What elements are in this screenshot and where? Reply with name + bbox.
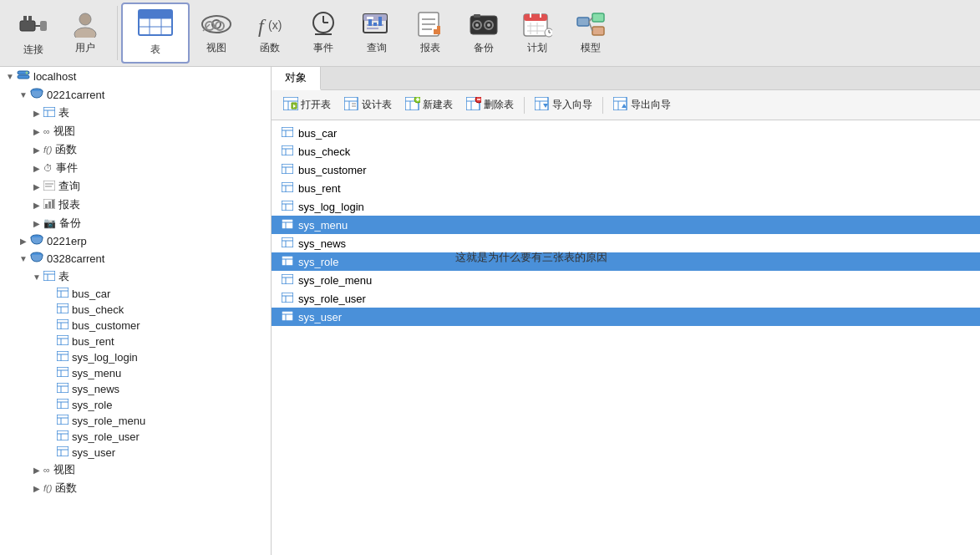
tab-bar: 对象: [272, 67, 980, 90]
content-panel: 对象 打开表: [272, 67, 980, 555]
toolbar-schedule[interactable]: 计划: [510, 8, 564, 59]
localhost-db-icon: [17, 69, 30, 84]
0328-sys_role_menu-label: sys_role_menu: [72, 415, 145, 427]
svg-rect-28: [367, 17, 373, 19]
sidebar-item-0221carrent-view[interactable]: ▶ ∞ 视图: [0, 122, 271, 140]
toolbar-query[interactable]: 查询: [350, 8, 404, 59]
0221carrent-func-toggle[interactable]: ▶: [30, 145, 43, 155]
sidebar-item-0328-bus_car[interactable]: ▶ bus_car: [0, 286, 271, 302]
design-table-button[interactable]: 设计表: [339, 95, 397, 115]
sidebar-item-0221carrent[interactable]: ▼ 0221carrent: [0, 86, 271, 104]
sidebar-item-0221carrent-func[interactable]: ▶ f() 函数: [0, 140, 271, 159]
svg-rect-143: [282, 127, 293, 137]
0328carrent-table-toggle[interactable]: ▼: [30, 272, 43, 282]
sidebar-item-0221carrent-query[interactable]: ▶ 查询: [0, 177, 271, 196]
table-row[interactable]: sys_user: [272, 308, 980, 326]
0221carrent-backup-toggle[interactable]: ▶: [30, 219, 43, 228]
export-wizard-button[interactable]: 导出向导: [608, 95, 676, 115]
sidebar-item-0328-sys_log_login[interactable]: ▶ sys_log_login: [0, 349, 271, 365]
table-row[interactable]: sys_news: [272, 234, 980, 252]
new-table-button[interactable]: 新建表: [400, 95, 458, 115]
sidebar-item-0328-sys_menu[interactable]: ▶ sys_menu: [0, 365, 271, 381]
table-row[interactable]: sys_log_login: [272, 197, 980, 216]
sidebar-item-0328-sys_user[interactable]: ▶ sys_user: [0, 445, 271, 461]
toolbar-user[interactable]: 用户: [60, 8, 110, 59]
table-row-label: sys_user: [298, 311, 342, 323]
table-row[interactable]: bus_check: [272, 142, 980, 160]
svg-rect-8: [139, 10, 172, 18]
sidebar-item-0328carrent[interactable]: ▼ 0328carrent: [0, 250, 271, 267]
sidebar-item-0328-bus_rent[interactable]: ▶ bus_rent: [0, 334, 271, 349]
table-row-label: bus_check: [298, 145, 350, 158]
table-row[interactable]: sys_role_menu: [272, 271, 980, 289]
table-row[interactable]: bus_car: [272, 124, 980, 142]
sidebar-item-0221carrent-report[interactable]: ▶ 报表: [0, 196, 271, 214]
svg-rect-170: [282, 293, 293, 303]
function-label: 函数: [260, 41, 280, 55]
localhost-toggle[interactable]: ▼: [3, 72, 17, 81]
svg-rect-102: [57, 399, 69, 409]
table-row[interactable]: bus_customer: [272, 160, 980, 179]
sidebar: ▼ localhost ▼: [0, 67, 272, 555]
sidebar-item-0221carrent-event[interactable]: ▶ ⏱ 事件: [0, 159, 271, 177]
0221carrent-event-toggle[interactable]: ▶: [30, 164, 43, 173]
import-wizard-button[interactable]: 导入向导: [530, 95, 597, 115]
table-row-icon: [282, 255, 293, 268]
sidebar-scroll[interactable]: ▼ localhost ▼: [0, 67, 271, 555]
sidebar-item-0328-sys_role_user[interactable]: ▶ sys_role_user: [0, 429, 271, 445]
sidebar-item-localhost[interactable]: ▼ localhost: [0, 67, 271, 86]
backup-label: 备份: [474, 41, 494, 55]
toolbar-table[interactable]: 表: [121, 3, 190, 64]
svg-rect-74: [48, 201, 51, 208]
0328-sys_role_user-label: sys_role_user: [72, 430, 140, 443]
query-label: 查询: [367, 41, 387, 55]
sidebar-item-0221carrent-table[interactable]: ▶ 表: [0, 104, 271, 122]
query-group-icon: [43, 181, 55, 193]
sidebar-item-0221carrent-backup[interactable]: ▶ 📷 备份: [0, 214, 271, 232]
sidebar-item-0328-sys_role[interactable]: ▶ sys_role: [0, 397, 271, 413]
svg-rect-161: [282, 237, 293, 247]
sidebar-item-0328carrent-view[interactable]: ▶ ∞ 视图: [0, 461, 271, 479]
sidebar-item-0328-sys_role_menu[interactable]: ▶ sys_role_menu: [0, 413, 271, 429]
report-group-icon: [43, 199, 55, 211]
0221carrent-table-toggle[interactable]: ▶: [30, 109, 43, 118]
table-row[interactable]: bus_rent: [272, 179, 980, 197]
sidebar-item-0221erp[interactable]: ▶ 0221erp: [0, 232, 271, 250]
0328carrent-toggle[interactable]: ▼: [17, 254, 30, 263]
toolbar-event[interactable]: 事件: [297, 8, 350, 59]
0221erp-toggle[interactable]: ▶: [17, 237, 30, 246]
toolbar-report[interactable]: 报表: [404, 8, 457, 59]
0221carrent-toggle[interactable]: ▼: [17, 90, 30, 99]
tab-object[interactable]: 对象: [272, 67, 321, 90]
toolbar-backup[interactable]: 备份: [457, 8, 510, 59]
0221carrent-query-toggle[interactable]: ▶: [30, 182, 43, 191]
sidebar-item-0328-bus_customer[interactable]: ▶ bus_customer: [0, 318, 271, 334]
0221carrent-view-toggle[interactable]: ▶: [30, 127, 43, 136]
svg-rect-108: [57, 430, 69, 440]
toolbar-view[interactable]: 视图: [190, 8, 243, 59]
user-icon: [72, 11, 99, 38]
table-row[interactable]: sys_menu: [272, 216, 980, 234]
svg-rect-58: [592, 13, 604, 22]
table-row-label: sys_role_user: [298, 293, 366, 305]
tables-list: bus_car bus_check bus_customer bus_rent …: [272, 120, 980, 329]
delete-table-button[interactable]: 删除表: [461, 95, 519, 115]
toolbar-function[interactable]: f (x) 函数: [243, 8, 297, 59]
sidebar-item-0328carrent-func[interactable]: ▶ f() 函数: [0, 479, 271, 497]
toolbar-model[interactable]: 模型: [564, 8, 617, 59]
0328-sys_news-icon: [57, 383, 69, 395]
svg-rect-0: [20, 21, 35, 31]
0221carrent-label: 0221carrent: [47, 89, 104, 101]
sidebar-item-0328carrent-table[interactable]: ▼ 表: [0, 267, 271, 286]
table-row-icon: [282, 310, 293, 323]
svg-rect-33: [378, 17, 382, 26]
0221carrent-report-toggle[interactable]: ▶: [30, 201, 43, 210]
action-divider-2: [602, 97, 603, 114]
table-row[interactable]: sys_role_user: [272, 289, 980, 308]
sidebar-item-0328-bus_check[interactable]: ▶ bus_check: [0, 302, 271, 318]
sidebar-item-0328-sys_news[interactable]: ▶ sys_news: [0, 381, 271, 397]
open-table-button[interactable]: 打开表: [278, 95, 336, 115]
svg-point-44: [487, 23, 490, 27]
table-row[interactable]: sys_role: [272, 252, 980, 271]
toolbar-connect[interactable]: 连接: [7, 6, 60, 60]
